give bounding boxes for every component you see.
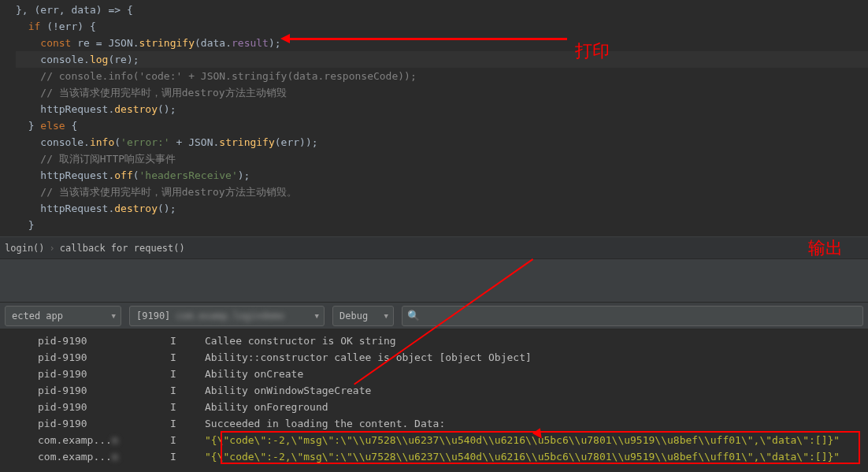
log-tag: pid-9190 [38,399,170,415]
log-row: pid-9190IAbility onCreate [38,366,868,382]
code-line: httpRequest.off('headersReceive'); [16,167,868,184]
log-row: pid-9190ICallee constructor is OK string [38,333,868,349]
log-row: pid-9190IAbility onForeground [38,399,868,415]
panel-divider [0,258,868,303]
process-selector[interactable]: [9190] com.examp.logindemo ▼ [129,306,325,326]
log-message: Succeeded in loading the content. Data: [205,415,445,432]
highlight-box [221,431,860,464]
code-line: httpRequest.destroy(); [16,200,868,217]
log-tag: pid-9190 [38,382,170,399]
log-level: I [170,333,205,349]
log-level: I [170,399,205,415]
log-tag: pid-9190 [38,333,170,349]
log-level: I [170,349,205,366]
breadcrumb: login() › callback for request() [0,236,868,258]
code-line: console.info('error:' + JSON.stringify(e… [16,134,868,151]
breadcrumb-item[interactable]: login() [5,243,45,254]
annotation-output: 输出 [808,236,843,260]
code-line: httpRequest.destroy(); [16,101,868,117]
code-line: // 取消订阅HTTP响应头事件 [16,151,868,167]
code-line: } [16,217,868,233]
log-message: Ability onCreate [205,366,303,382]
code-line-current: console.log(re); [16,51,868,68]
code-line: } else { [16,117,868,134]
log-message: Ability::constructor callee is object [o… [205,349,532,366]
level-selector[interactable]: Debug ▼ [332,306,394,326]
process-selector-label: [9190] [136,310,170,321]
log-tag: pid-9190 [38,415,170,432]
log-tag: com.examp...m [38,448,170,465]
code-line: if (!err) { [16,18,868,35]
annotation-print: 打印 [575,39,610,63]
app-selector[interactable]: ected app ▼ [5,306,121,326]
log-message: Ability onWindowStageCreate [205,382,371,399]
log-search-input[interactable]: 🔍 [402,306,863,326]
chevron-down-icon: ▼ [384,312,388,320]
arrow-annotation [284,38,567,40]
code-line: // 当该请求使用完毕时，调用destroy方法主动销毁 [16,84,868,101]
log-message: Ability onForeground [205,399,328,415]
app-selector-label: ected app [12,310,63,321]
log-level: I [170,448,205,465]
log-level: I [170,432,205,448]
search-icon: 🔍 [407,310,420,321]
chevron-down-icon: ▼ [112,312,116,320]
log-row: pid-9190ISucceeded in loading the conten… [38,415,868,432]
log-toolbar: ected app ▼ [9190] com.examp.logindemo ▼… [0,303,868,329]
code-line: // 当该请求使用完毕时，调用destroy方法主动销毁。 [16,184,868,200]
log-level: I [170,415,205,432]
code-line: // console.info('code:' + JSON.stringify… [16,68,868,84]
breadcrumb-item[interactable]: callback for request() [60,243,185,254]
log-level: I [170,382,205,399]
log-row: pid-9190IAbility::constructor callee is … [38,349,868,366]
chevron-down-icon: ▼ [315,312,319,320]
log-tag: pid-9190 [38,349,170,366]
log-tag: pid-9190 [38,366,170,382]
code-line: }, (err, data) => { [16,2,868,18]
code-editor[interactable]: }, (err, data) => { if (!err) { const re… [0,0,868,236]
log-tag: com.examp...m [38,432,170,448]
log-row: pid-9190IAbility onWindowStageCreate [38,382,868,399]
log-message: Callee constructor is OK string [205,333,396,349]
breadcrumb-separator: › [50,243,55,254]
log-level: I [170,366,205,382]
level-selector-label: Debug [339,310,368,321]
